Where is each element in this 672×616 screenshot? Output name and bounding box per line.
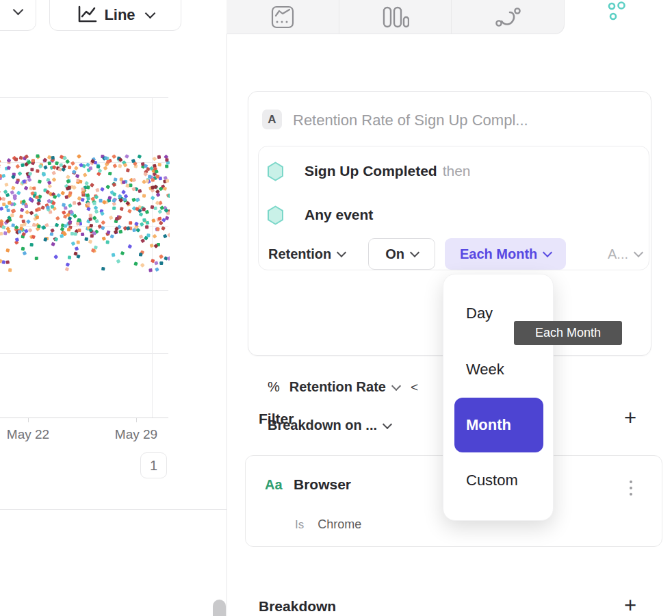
flow-icon [494,5,521,29]
add-breakdown-button[interactable]: + [620,596,641,616]
x-axis-line [0,418,168,418]
gridline [0,353,168,354]
retention-controls-row: Retention On Each Month A... [268,238,642,270]
axis-tick [28,418,29,422]
event-definition-card: Sign Up Completedthen Any event Retentio… [258,146,649,270]
chevron-down-icon [13,5,24,16]
chevron-down-icon [543,248,552,257]
metric-trailing-glyph: < [411,380,418,395]
filter-condition: Is Chrome [295,517,361,532]
event-hexagon-icon [267,205,284,225]
pagination-button[interactable]: 1 [140,452,167,478]
interval-menu: DayWeekMonthCustom [443,274,554,521]
event-hexagon-icon [267,162,284,181]
scrollbar-thumb[interactable] [213,600,226,616]
filter-heading: Filter [259,411,294,427]
tab-scatter-active-icon[interactable] [605,1,628,23]
analytics-app: Line May 22 May 29 1 [0,0,672,616]
actor-dropdown[interactable]: A... [608,246,642,262]
chevron-down-icon [391,381,401,390]
chevron-down-icon [634,248,643,257]
axis-tick [136,418,137,422]
scatter-plot [0,0,170,419]
percent-symbol: % [268,379,280,395]
chevron-down-icon [383,419,392,428]
visualization-tabbar [227,0,565,34]
menu-item-month[interactable]: Month [454,398,543,452]
menu-item-week[interactable]: Week [443,342,553,398]
gridline [0,226,168,227]
chevron-down-icon [337,248,346,257]
add-filter-button[interactable]: + [620,409,641,429]
metric-dropdown[interactable]: Retention Rate [289,379,386,395]
on-dropdown[interactable]: On [368,238,435,270]
chevron-down-icon [144,8,155,19]
gridline [0,162,168,163]
divider [0,509,227,510]
chart-preview-icon [270,5,295,29]
string-property-icon: Aa [265,477,283,493]
query-title[interactable]: Retention Rate of Sign Up Compl... [293,110,528,130]
query-label-badge: A [262,110,282,129]
chart-type-dropdown[interactable]: Line [49,0,181,31]
filter-operator: Is [295,518,304,532]
filter-menu-icon[interactable] [630,477,632,499]
event-row[interactable]: Sign Up Completedthen [267,159,471,183]
tab-bars[interactable] [339,0,452,34]
retention-dropdown[interactable]: Retention [268,246,345,262]
metric-row: % Retention Rate < [268,379,418,395]
event-row[interactable]: Any event [267,203,373,227]
x-tick-label: May 22 [0,427,57,442]
filter-value: Chrome [318,517,361,532]
tab-chart[interactable] [227,0,339,34]
gridline [0,97,168,98]
chart-type-label: Line [104,6,135,24]
x-tick-label: May 29 [107,427,165,442]
chevron-down-icon [410,248,419,257]
gridline [0,290,168,291]
panel-divider [227,34,227,616]
tab-flow[interactable] [451,0,564,34]
gridline-vertical [152,97,153,418]
menu-item-custom[interactable]: Custom [443,452,553,509]
line-chart-icon [77,5,97,24]
filter-property-name: Browser [294,476,351,493]
interval-dropdown[interactable]: Each Month [445,238,566,270]
collapsed-dropdown-button[interactable] [0,0,36,31]
bar-chart-icon [382,5,409,29]
breakdown-heading: Breakdown [259,598,336,615]
tooltip: Each Month [514,321,622,345]
